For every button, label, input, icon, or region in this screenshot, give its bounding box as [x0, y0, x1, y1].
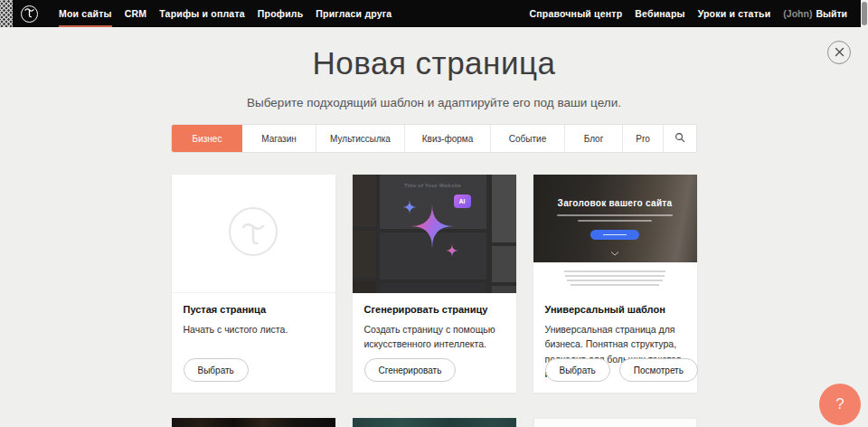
page-subtitle: Выберите подходящий шаблон и адаптируйте… — [0, 96, 868, 109]
template-preview — [533, 418, 697, 427]
tilda-watermark-icon — [227, 205, 279, 261]
tab-blog[interactable]: Блог — [565, 125, 623, 152]
tab-pro[interactable]: Pro — [623, 125, 664, 152]
card-title: Сгенерировать страницу — [364, 304, 505, 315]
tab-business[interactable]: Бизнес — [172, 125, 242, 152]
blank-page-preview — [172, 175, 335, 293]
ai-badge: AI — [454, 195, 471, 208]
scrollbar-thumb[interactable] — [862, 2, 867, 25]
card-actions: Выбрать Посмотреть — [545, 358, 698, 382]
nav-left-group: Мои сайты CRM Тарифы и оплата Профиль Пр… — [52, 0, 398, 27]
template-card-grid: Пустая страница Начать с чистого листа. … — [172, 175, 697, 427]
tab-search[interactable] — [664, 125, 696, 152]
card-description: Начать с чистого листа. — [184, 322, 324, 337]
logout-link[interactable]: (John) Выйти — [777, 0, 854, 27]
tab-quiz-form[interactable]: Квиз-форма — [405, 125, 491, 152]
card-actions: Сгенерировать — [364, 358, 457, 382]
card-title: Универсальный шаблон — [545, 304, 685, 315]
nav-item-lessons[interactable]: Уроки и статьи — [692, 0, 778, 27]
chevron-down-icon — [610, 243, 619, 260]
nav-right-group: Справочный центр Вебинары Уроки и статьи… — [523, 0, 854, 27]
card-body: Сгенерировать страницу Создать страницу … — [353, 293, 516, 352]
template-category-tabs: Бизнес Магазин Мультиссылка Квиз-форма С… — [172, 125, 696, 152]
template-preview: Заголовок вашего сайта — [533, 175, 697, 293]
nav-item-my-sites[interactable]: Мои сайты — [52, 0, 118, 27]
nav-item-profile[interactable]: Профиль — [251, 0, 310, 27]
card-title: Пустая страница — [184, 304, 324, 315]
choose-template-button[interactable]: Выбрать — [545, 358, 610, 382]
template-preview — [353, 418, 516, 427]
template-text-section — [533, 262, 697, 293]
generate-button[interactable]: Сгенерировать — [364, 358, 457, 382]
card-body: Пустая страница Начать с чистого листа. — [172, 293, 335, 337]
page-title: Новая страница — [0, 45, 868, 81]
ai-preview-collage: Title of Your Website — [353, 175, 516, 293]
top-nav: Мои сайты CRM Тарифы и оплата Профиль Пр… — [0, 0, 868, 27]
placeholder-text-line — [578, 220, 652, 222]
tab-event[interactable]: Событие — [491, 125, 565, 152]
ai-sparkle-icon — [353, 175, 516, 293]
placeholder-text-line — [565, 275, 665, 277]
template-hero-title: Заголовок вашего сайта — [533, 175, 697, 208]
page-scrollbar[interactable] — [861, 0, 868, 27]
help-chat-button[interactable]: ? — [819, 384, 861, 425]
nav-item-crm[interactable]: CRM — [118, 0, 154, 27]
card-generate-ai: Title of Your Website — [353, 175, 516, 393]
card-universal-template: Заголовок вашего сайта Унив — [533, 175, 697, 393]
nav-item-invite-friend[interactable]: Пригласи друга — [309, 0, 398, 27]
placeholder-text-line — [567, 280, 663, 281]
close-icon — [835, 46, 844, 60]
template-hero-preview: Заголовок вашего сайта — [533, 175, 697, 262]
tab-store[interactable]: Магазин — [242, 125, 316, 152]
card-description: Создать страницу с помощью искусственног… — [364, 322, 505, 352]
preview-template-button[interactable]: Посмотреть — [619, 358, 698, 382]
tilda-logo-icon — [24, 5, 34, 22]
nav-item-webinars[interactable]: Вебинары — [628, 0, 691, 27]
card-actions: Выбрать — [184, 358, 249, 382]
template-preview — [172, 418, 335, 427]
card-blank-page: Пустая страница Начать с чистого листа. … — [172, 175, 335, 393]
placeholder-text-line — [571, 284, 659, 286]
nav-item-help-center[interactable]: Справочный центр — [523, 0, 628, 27]
user-name: (John) — [783, 8, 812, 19]
template-hero-button — [590, 230, 639, 240]
search-icon — [675, 132, 685, 145]
template-card-partial[interactable] — [533, 418, 697, 427]
placeholder-text-line — [557, 214, 673, 216]
logout-label: Выйти — [816, 8, 847, 19]
template-card-partial[interactable] — [172, 418, 335, 427]
corner-pattern-decoration — [0, 0, 13, 27]
close-button[interactable] — [827, 41, 851, 64]
nav-item-plans[interactable]: Тарифы и оплата — [153, 0, 251, 27]
tilda-logo[interactable] — [21, 5, 38, 23]
template-card-partial[interactable] — [353, 418, 516, 427]
tab-multilink[interactable]: Мультиссылка — [316, 125, 405, 152]
placeholder-text-line — [603, 234, 627, 236]
placeholder-text-line — [564, 270, 665, 272]
choose-blank-button[interactable]: Выбрать — [184, 358, 249, 382]
question-mark-icon: ? — [835, 395, 844, 413]
